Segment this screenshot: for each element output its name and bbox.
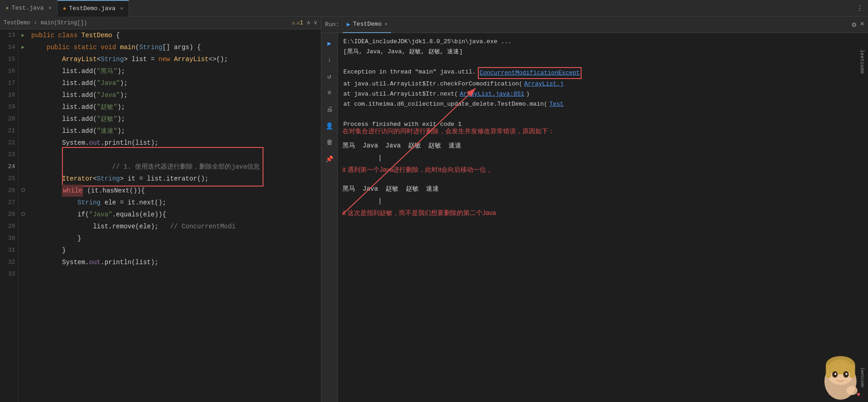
output-trace1-pre: at java.util.ArrayList$Itr.checkForComod… (343, 79, 522, 89)
gutter-28: ⬡ (18, 209, 28, 221)
arrow-down-btn[interactable]: ∨ (314, 19, 317, 26)
cn-arraylist-15: ArrayList (62, 53, 97, 65)
gutter-33 (18, 268, 28, 280)
code-line-16: list.add( "黑马" ); (31, 65, 317, 77)
indent-24 (31, 161, 62, 173)
indent-14 (31, 41, 47, 53)
side-btn-run[interactable]: ▶ (323, 37, 336, 50)
kw-string-25: String (97, 173, 120, 185)
indent-18: list.add( (31, 89, 97, 101)
tab-more-button[interactable]: ⋮ (851, 4, 868, 13)
code-line-15: ArrayList < String > list = new ArrayLis… (31, 53, 317, 65)
exp-list1-zhao1: 赵敏 (408, 140, 421, 152)
indent-30a: } (31, 232, 81, 244)
side-btn-refresh[interactable]: ↺ (323, 70, 336, 83)
exp-list2: 黑马 Java 赵敏 赵敏 速速 (342, 183, 859, 195)
cn-testdemo: TestDemo (81, 29, 116, 41)
line-num-16: 16 (3, 65, 15, 77)
output-path-text: E:\IDEA_includeJDK\jdk1.8.0_25\bin\java.… (343, 37, 512, 47)
output-error-link[interactable]: ConcurrentModificationExcept (478, 67, 582, 79)
gutter-31 (18, 244, 28, 256)
code-line-31: } (31, 244, 317, 256)
plain-15c: <>(); (209, 53, 228, 65)
line-num-29: 29 (3, 221, 15, 232)
indent-26a (31, 185, 62, 197)
gutter-26: ⬡ (18, 185, 28, 197)
plain-25a: < (93, 173, 96, 185)
line-num-22: 22 (3, 137, 15, 149)
exp-list2-susu: 速速 (426, 183, 439, 195)
line-num-27: 27 (3, 197, 15, 209)
side-btn-down[interactable]: ↓ (323, 53, 336, 66)
gutter-30 (18, 232, 28, 244)
line-num-15: 15 (3, 53, 15, 65)
run-icon: ▶ (347, 21, 350, 28)
kw-void-14: void (101, 41, 120, 53)
output-trace2-pre: at java.util.ArrayList$Itr.next( (343, 89, 458, 99)
line-num-33: 33 (3, 268, 15, 280)
exp-list1-zhao2: 赵敏 (428, 140, 441, 152)
side-btn-list[interactable]: ≡ (323, 86, 336, 99)
exp-step1: it 遇到第一个Java进行删除，此时it会向后移动一位， (342, 164, 859, 176)
plain-25b: > it = list.iterator(); (120, 173, 208, 185)
close-icon[interactable]: × (860, 20, 864, 29)
cn-arraylist-15b: ArrayList (174, 53, 209, 65)
tab-label-testdemo: TestDemo.java (69, 5, 115, 12)
gutter-18 (18, 89, 28, 101)
toolbar-breadcrumb: TestDemo (4, 20, 30, 26)
plain-15b: > list = (124, 53, 159, 65)
code-line-20: list.add( "赵敏" ); (31, 113, 317, 125)
output-trace3-link[interactable]: Test (549, 99, 564, 109)
exp-list2-zhao2: 赵敏 (406, 183, 419, 195)
svg-point-11 (846, 386, 857, 395)
side-btn-user[interactable]: 👤 (323, 119, 336, 132)
line-num-28: 28 (3, 209, 15, 221)
str-20: "赵敏" (97, 113, 118, 125)
gutter-20 (18, 113, 28, 125)
cm-29: // ConcurrentModi (170, 221, 235, 232)
indent-32a: System. (31, 256, 89, 268)
svg-point-9 (834, 373, 836, 375)
side-btn-delete[interactable]: 🗑 (323, 136, 336, 149)
svg-rect-6 (850, 364, 855, 378)
code-line-33 (31, 268, 317, 280)
line-num-30: 30 (3, 232, 15, 244)
output-line-error: Exception in thread "main" java.util.Con… (343, 67, 862, 79)
tab-close-testdemo[interactable]: × (120, 6, 123, 11)
settings-icon[interactable]: ⚙ (852, 20, 857, 29)
run-panel: Run: ▶ TestDemo × ⚙ × ▶ ↓ ↺ ≡ 🖨 👤 🗑 📌 (321, 17, 868, 402)
plain-17: ); (120, 77, 128, 89)
gutter-19 (18, 101, 28, 113)
toolbar-main: main(String[]) (41, 20, 87, 26)
output-trace2-link[interactable]: ArrayList.java:851 (460, 89, 524, 99)
cn-iterator: Iterator (62, 173, 93, 185)
side-btn-pin[interactable]: 📌 (323, 153, 336, 165)
exp-arrow2: | (379, 195, 859, 207)
plain-14: ( (135, 41, 139, 53)
code-view: 13 14 15 16 17 18 19 20 21 22 23 24 25 2… (0, 29, 321, 402)
run-tab[interactable]: ▶ TestDemo × (343, 17, 391, 33)
str-16: "黑马" (97, 65, 118, 77)
cm-24: // 1. 使用迭代器进行删除，删除全部的java信息 (112, 163, 260, 170)
console-output: E:\IDEA_includeJDK\jdk1.8.0_25\bin\java.… (343, 37, 862, 130)
tab-close-test[interactable]: × (48, 6, 51, 11)
plain-21: ); (118, 125, 125, 137)
exp-title: 在对集合进行访问的同时进行删除，会发生并发修改异常错误，原因如下： (342, 125, 859, 137)
warning-icon: ⚠ (292, 19, 295, 26)
svg-rect-5 (826, 364, 831, 378)
tab-test-java[interactable]: ● Test.java × (0, 0, 57, 17)
gutter-14[interactable]: ▶ (18, 41, 28, 53)
exp-arrow1: | (379, 152, 859, 164)
plain-28: .equals(ele)){ (112, 209, 166, 221)
arrow-up-btn[interactable]: ∧ (307, 19, 310, 26)
kw-string-27: String (78, 197, 101, 209)
tab-testdemo-java[interactable]: ● TestDemo.java × (57, 0, 129, 17)
output-trace1-link[interactable]: ArrayList.j (524, 79, 564, 89)
tab-bar: ● Test.java × ● TestDemo.java × ⋮ (0, 0, 868, 17)
line-num-20: 20 (3, 113, 15, 125)
gutter-13[interactable]: ▶ (18, 29, 28, 41)
run-tab-close[interactable]: × (384, 22, 387, 27)
run-output: E:\IDEA_includeJDK\jdk1.8.0_25\bin\java.… (338, 33, 868, 402)
plain-19: ); (118, 101, 125, 113)
side-btn-print[interactable]: 🖨 (323, 103, 336, 116)
